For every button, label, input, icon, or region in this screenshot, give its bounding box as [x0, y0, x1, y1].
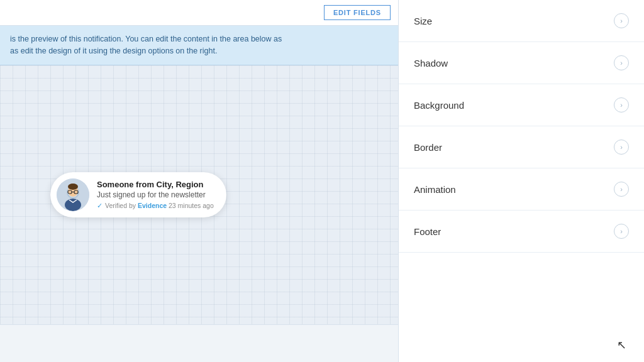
option-label-footer: Footer [414, 226, 441, 237]
svg-point-4 [68, 184, 78, 190]
top-bar: EDIT FIELDS [0, 0, 398, 26]
option-row-animation[interactable]: Animation› [399, 168, 644, 211]
verified-brand: Evidence [138, 202, 167, 209]
option-label-border: Border [414, 142, 442, 153]
option-row-border[interactable]: Border› [399, 126, 644, 168]
option-label-animation: Animation [414, 184, 456, 195]
option-row-size[interactable]: Size› [399, 0, 644, 42]
right-panel: Size›Shadow›Background›Border›Animation›… [399, 0, 644, 362]
svg-point-8 [65, 199, 81, 211]
edit-fields-button[interactable]: EDIT FIELDS [324, 5, 391, 20]
notification-card: Someone from City, Region Just signed up… [50, 172, 226, 217]
verified-time: 23 minutes ago [169, 202, 214, 209]
preview-area: Someone from City, Region Just signed up… [0, 65, 398, 325]
option-label-background: Background [414, 100, 464, 111]
main-layout: EDIT FIELDS is the preview of this notif… [0, 0, 644, 362]
cursor-indicator: ↖ [617, 338, 626, 352]
chevron-icon-animation: › [614, 182, 629, 197]
chevron-icon-shadow: › [614, 55, 629, 70]
option-label-size: Size [414, 16, 432, 26]
chevron-icon-background: › [614, 97, 629, 112]
bottom-strip [0, 324, 398, 362]
info-bar: is the preview of this notification. You… [0, 26, 398, 65]
chevron-icon-border: › [614, 140, 629, 155]
option-label-shadow: Shadow [414, 58, 448, 69]
notification-verified: ✓ Verified by Evidence 23 minutes ago [97, 202, 214, 210]
info-line2: as edit the design of it using the desig… [10, 47, 217, 55]
option-row-footer[interactable]: Footer› [399, 211, 644, 253]
notification-action: Just signed up for the newsletter [97, 190, 214, 199]
notification-name: Someone from City, Region [97, 180, 214, 189]
left-panel: EDIT FIELDS is the preview of this notif… [0, 0, 399, 362]
chevron-icon-footer: › [614, 224, 629, 239]
option-row-background[interactable]: Background› [399, 84, 644, 126]
option-row-shadow[interactable]: Shadow› [399, 42, 644, 84]
info-line1: is the preview of this notification. You… [10, 35, 282, 43]
options-list: Size›Shadow›Background›Border›Animation›… [399, 0, 644, 253]
check-icon: ✓ [97, 202, 103, 210]
verified-prefix: Verified by [105, 202, 136, 209]
notification-content: Someone from City, Region Just signed up… [97, 180, 214, 210]
avatar [57, 178, 89, 211]
chevron-icon-size: › [614, 13, 629, 28]
